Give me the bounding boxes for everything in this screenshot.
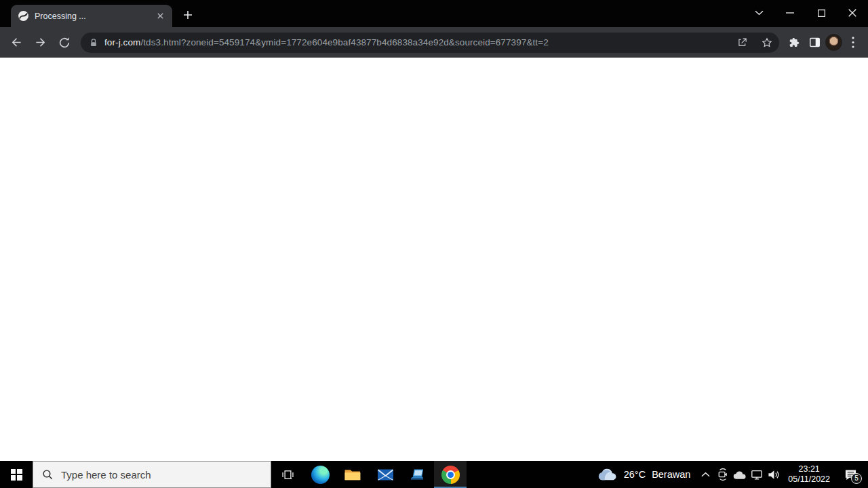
back-button[interactable] xyxy=(5,31,28,54)
weather-widget[interactable]: 26°CBerawan xyxy=(590,468,698,481)
taskbar: 26°CBerawan 23:21 05/11/2022 xyxy=(0,461,868,488)
close-window-button[interactable] xyxy=(837,0,868,26)
clock-date: 05/11/2022 xyxy=(788,474,830,485)
weather-cloud-icon xyxy=(597,468,618,481)
tab-search-chevron-icon[interactable] xyxy=(743,0,774,26)
chrome-icon xyxy=(441,466,460,484)
chrome-taskbar-button[interactable] xyxy=(434,461,467,488)
system-tray: 26°CBerawan 23:21 05/11/2022 xyxy=(590,461,868,488)
search-input[interactable] xyxy=(61,469,262,481)
tab-title: Processing ... xyxy=(35,12,149,21)
window-controls xyxy=(743,0,868,26)
share-icon[interactable] xyxy=(732,33,751,52)
network-icon[interactable] xyxy=(748,461,765,488)
url-path: /tds3.html?zoneid=5459174&ymid=1772e604e… xyxy=(140,37,548,47)
mail-icon[interactable] xyxy=(369,461,401,488)
side-panel-icon[interactable] xyxy=(805,33,824,52)
bookmark-star-icon[interactable] xyxy=(757,33,776,52)
extensions-icon[interactable] xyxy=(785,33,804,52)
lock-icon[interactable] xyxy=(89,38,98,47)
task-view-button[interactable] xyxy=(271,461,304,488)
new-tab-button[interactable] xyxy=(178,5,198,25)
action-center-button[interactable]: 5 xyxy=(836,461,865,488)
windows-logo-icon xyxy=(11,469,22,481)
tray-temperature: 26°C xyxy=(624,469,646,480)
url-text[interactable]: for-j.com/tds3.html?zoneid=5459174&ymid=… xyxy=(104,37,726,47)
kebab-menu-icon[interactable] xyxy=(844,33,863,52)
reload-button[interactable] xyxy=(53,31,75,54)
volume-icon[interactable] xyxy=(765,461,782,488)
start-button[interactable] xyxy=(0,461,33,488)
file-explorer-icon[interactable] xyxy=(336,461,369,488)
screen-recorder-tray-icon[interactable] xyxy=(714,461,731,488)
edge-icon[interactable] xyxy=(304,461,336,488)
minimize-button[interactable] xyxy=(774,0,806,26)
maximize-button[interactable] xyxy=(806,0,837,26)
tray-condition: Berawan xyxy=(652,469,690,480)
taskbar-search[interactable] xyxy=(33,461,271,488)
clock-time: 23:21 xyxy=(788,464,830,474)
tab-close-icon[interactable] xyxy=(155,10,166,22)
browser-toolbar: for-j.com/tds3.html?zoneid=5459174&ymid=… xyxy=(0,27,868,58)
forward-button[interactable] xyxy=(29,31,52,54)
page-content xyxy=(0,58,868,461)
browser-titlebar: Processing ... xyxy=(0,0,868,27)
tab-favicon-icon xyxy=(18,10,29,22)
search-icon xyxy=(42,469,54,481)
url-domain: for-j.com xyxy=(104,37,140,47)
browser-tab[interactable]: Processing ... xyxy=(11,5,172,27)
profile-avatar[interactable] xyxy=(825,34,842,51)
notification-badge: 5 xyxy=(851,473,862,484)
taskbar-clock[interactable]: 23:21 05/11/2022 xyxy=(782,464,836,485)
pc-app-icon[interactable] xyxy=(401,461,434,488)
desktop-screen: Processing ... xyxy=(0,0,868,488)
onedrive-icon[interactable] xyxy=(731,461,748,488)
hidden-icons-chevron[interactable] xyxy=(697,461,714,488)
address-bar[interactable]: for-j.com/tds3.html?zoneid=5459174&ymid=… xyxy=(81,33,779,53)
